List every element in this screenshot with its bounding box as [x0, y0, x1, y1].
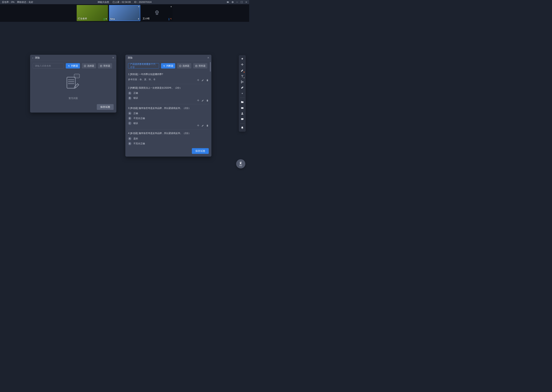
option-text: 正确 [133, 112, 138, 115]
option-letter: B [128, 97, 131, 100]
svg-rect-16 [241, 118, 243, 120]
svg-point-13 [242, 93, 243, 94]
svg-point-6 [75, 76, 76, 76]
option-letter: A [128, 112, 131, 115]
video-name: Nina [110, 18, 115, 20]
video-tile-student[interactable]: × 王小明 [141, 5, 173, 21]
move-question-icon[interactable] [197, 124, 200, 127]
camera-toggle-icon[interactable] [226, 1, 229, 3]
question-title: 3 [单选题] 施华洛世奇是反华品牌，所以梁鼎琪反华。（2分） [128, 107, 209, 110]
edit-question-icon[interactable] [202, 124, 204, 127]
paper-name-input[interactable] [33, 63, 64, 69]
save-paper-button[interactable]: 保存试卷 [97, 104, 114, 110]
true-false-button[interactable]: 判断题 [161, 63, 175, 69]
folder-tool[interactable] [240, 99, 245, 105]
option-text: 正确 [133, 91, 138, 95]
video-close-icon[interactable]: × [138, 5, 139, 8]
option-letter: B [128, 117, 131, 120]
cursor-tool[interactable] [240, 56, 245, 62]
save-paper-button[interactable]: 保存试卷 [192, 148, 209, 154]
option-row[interactable]: B错误 [128, 97, 209, 100]
option-text: 不完全正确 [133, 117, 145, 120]
svg-point-7 [77, 76, 77, 76]
video-tile-teacher[interactable]: 叮当老师 [77, 5, 108, 21]
pen-tool[interactable] [240, 68, 245, 73]
move-question-icon[interactable] [197, 99, 200, 102]
option-row[interactable]: B不完全正确 [128, 142, 209, 145]
question-item: 2 [判断题] 我国宪法上一次更新是在2020年。（2分）A正确B错误 [128, 84, 209, 104]
empty-illus-icon [65, 73, 82, 94]
video-tile-student[interactable]: × Nina [109, 5, 140, 21]
text-tool[interactable] [240, 73, 245, 79]
mic-icon [138, 18, 139, 20]
settings-icon[interactable] [231, 1, 234, 3]
option-letter: A [128, 137, 131, 140]
chat-tool[interactable] [240, 117, 245, 122]
question-item: 1 [简答题] 一年四季分别是哪四季?参考答案：春、夏、秋、冬 [128, 70, 209, 84]
question-list[interactable]: 1 [简答题] 一年四季分别是哪四季?参考答案：春、夏、秋、冬 2 [判断题] … [125, 70, 211, 146]
top-bar: 丢包率：0% 网络状态：良好 神秘大自然 已上课：02:34:09 ID：202… [0, 0, 249, 4]
question-item: 3 [单选题] 施华洛世奇是反华品牌，所以梁鼎琪反华。（2分）A正确B不完全正确… [128, 104, 209, 130]
back-icon[interactable]: ‹ [32, 56, 33, 59]
toolbox-tool[interactable] [240, 105, 245, 111]
scrollbar[interactable] [210, 62, 211, 148]
option-row[interactable]: A是的 [128, 137, 209, 140]
packet-loss: 丢包率：0% [2, 0, 14, 4]
scissors-tool[interactable] [240, 79, 245, 84]
close-window-icon[interactable] [245, 1, 248, 3]
panel-title: 测验 [35, 56, 40, 60]
question-actions [197, 124, 209, 127]
laser-pointer-tool[interactable] [240, 91, 245, 96]
hand-raise-button[interactable]: 0/2 [236, 159, 245, 168]
bell-tool[interactable] [240, 125, 245, 131]
video-close-icon[interactable]: × [170, 5, 172, 8]
move-tool[interactable] [240, 62, 245, 67]
reference-answer: 参考答案：春、夏、秋、冬 [128, 78, 209, 81]
video-name: 王小明 [143, 17, 150, 20]
right-toolbar [239, 55, 246, 132]
move-question-icon[interactable] [197, 79, 200, 82]
option-row[interactable]: A正确 [128, 112, 209, 115]
paper-name-display[interactable]: 产品说试卷名称最多十六个字 [128, 63, 159, 69]
option-text: 不完全正确 [133, 142, 145, 145]
option-letter: C [128, 122, 131, 125]
svg-rect-14 [241, 107, 243, 109]
choice-button[interactable]: 选择题 [177, 63, 191, 69]
panel-close-icon[interactable]: × [207, 56, 209, 60]
hand-counter: 0/2 [240, 164, 242, 167]
question-title: 4 [多选题] 施华洛世奇是反华品牌，所以梁鼎琪反华。（2分） [128, 132, 209, 135]
class-title: 神秘大自然 [98, 0, 109, 4]
video-name: 叮当老师 [78, 17, 87, 20]
delete-question-icon[interactable] [206, 124, 209, 127]
eraser-tool[interactable] [240, 85, 245, 90]
session-id: ID：2020070324 [134, 0, 152, 4]
delete-question-icon[interactable] [206, 79, 209, 82]
option-letter: A [128, 91, 131, 95]
video-strip: 叮当老师 × Nina × 王小明 [0, 4, 249, 22]
panel-close-icon[interactable]: × [112, 56, 114, 60]
edit-question-icon[interactable] [202, 99, 204, 102]
quiz-panel-empty: ‹ 测验 × 判断题 选择题 简答题 [30, 55, 116, 112]
question-actions [197, 79, 209, 82]
user-tool[interactable] [240, 111, 245, 116]
question-item: 4 [多选题] 施华洛世奇是反华品牌，所以梁鼎琪反华。（2分）A是的B不完全正确… [128, 129, 209, 146]
panel-header: ‹ 测验 × [30, 55, 116, 61]
option-row[interactable]: B不完全正确 [128, 117, 209, 120]
edit-question-icon[interactable] [202, 79, 204, 82]
minimize-icon[interactable] [236, 1, 239, 3]
option-row[interactable]: A正确 [128, 91, 209, 95]
option-letter: B [128, 142, 131, 145]
network-status: 网络状态：良好 [17, 0, 33, 4]
short-answer-button[interactable]: 简答题 [98, 63, 112, 69]
elapsed-time: 已上课：02:34:09 [113, 0, 131, 4]
main-area: ‹ 测验 × 判断题 选择题 简答题 [0, 22, 249, 177]
fullscreen-icon[interactable] [240, 1, 243, 3]
panel-title: 测验 [128, 56, 133, 60]
mic-icon [105, 18, 107, 20]
delete-question-icon[interactable] [206, 99, 209, 102]
true-false-button[interactable]: 判断题 [66, 63, 80, 69]
panel-header: 测验 × [125, 55, 211, 61]
option-row[interactable]: C错误 [128, 122, 209, 125]
choice-button[interactable]: 选择题 [82, 63, 96, 69]
short-answer-button[interactable]: 简答题 [193, 63, 207, 69]
